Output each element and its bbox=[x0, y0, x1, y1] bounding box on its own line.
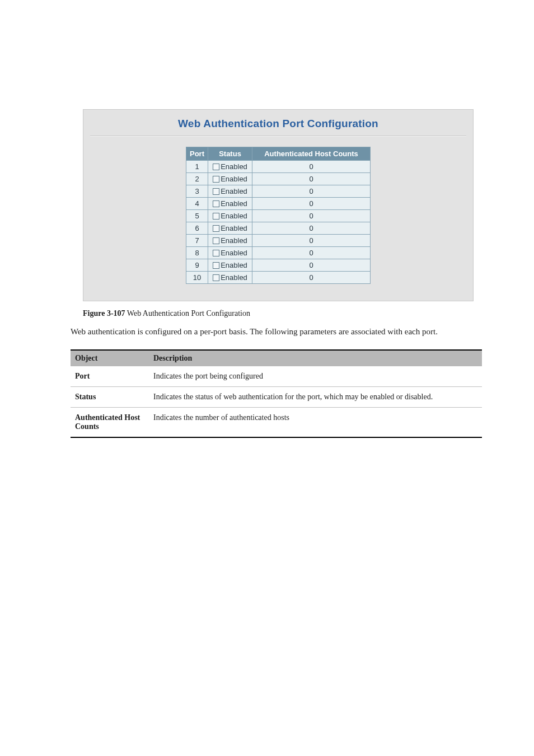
status-cell: Enabled bbox=[208, 198, 252, 209]
object-term: Authenticated Host Counts bbox=[71, 407, 149, 437]
count-cell: 0 bbox=[252, 185, 370, 197]
count-cell: 0 bbox=[252, 259, 370, 271]
enabled-checkbox[interactable] bbox=[213, 176, 219, 183]
enabled-label: Enabled bbox=[221, 249, 247, 257]
table-row: 6Enabled0 bbox=[186, 222, 370, 234]
enabled-checkbox[interactable] bbox=[213, 250, 219, 256]
enabled-label: Enabled bbox=[221, 162, 247, 171]
enabled-label: Enabled bbox=[221, 261, 247, 269]
count-cell: 0 bbox=[252, 198, 370, 209]
count-cell: 0 bbox=[252, 235, 370, 246]
objects-row: Authenticated Host CountsIndicates the n… bbox=[71, 407, 482, 437]
objects-table: Object Description PortIndicates the por… bbox=[71, 349, 482, 438]
table-row: 8Enabled0 bbox=[186, 247, 370, 259]
panel-title: Web Authentication Port Configuration bbox=[90, 115, 466, 136]
object-term: Port bbox=[71, 366, 149, 387]
config-panel: Web Authentication Port Configuration Po… bbox=[83, 109, 474, 301]
table-row: 9Enabled0 bbox=[186, 259, 370, 271]
port-cell: 10 bbox=[186, 272, 208, 283]
status-cell: Enabled bbox=[208, 235, 252, 246]
table-row: 1Enabled0 bbox=[186, 161, 370, 172]
port-cell: 5 bbox=[186, 210, 208, 222]
enabled-checkbox[interactable] bbox=[213, 274, 219, 281]
body-paragraph: Web authentication is configured on a pe… bbox=[71, 326, 482, 338]
enabled-label: Enabled bbox=[221, 273, 247, 282]
enabled-checkbox[interactable] bbox=[213, 213, 219, 220]
count-cell: 0 bbox=[252, 272, 370, 283]
object-description: Indicates the port being configured bbox=[149, 366, 482, 387]
port-cell: 7 bbox=[186, 235, 208, 246]
figure-caption: Figure 3-107 Web Authentication Port Con… bbox=[83, 309, 474, 318]
status-cell: Enabled bbox=[208, 185, 252, 197]
table-header-row: Port Status Authenticated Host Counts bbox=[186, 147, 370, 160]
status-cell: Enabled bbox=[208, 259, 252, 271]
object-term: Status bbox=[71, 386, 149, 407]
objects-header-row: Object Description bbox=[71, 350, 482, 366]
table-row: 2Enabled0 bbox=[186, 173, 370, 185]
port-cell: 8 bbox=[186, 247, 208, 259]
enabled-label: Enabled bbox=[221, 236, 247, 245]
count-cell: 0 bbox=[252, 247, 370, 259]
enabled-label: Enabled bbox=[221, 224, 247, 232]
port-table-wrap: Port Status Authenticated Host Counts 1E… bbox=[90, 147, 466, 284]
status-cell: Enabled bbox=[208, 222, 252, 234]
figure-number: Figure 3-107 bbox=[83, 309, 125, 318]
status-cell: Enabled bbox=[208, 161, 252, 172]
enabled-label: Enabled bbox=[221, 212, 247, 220]
port-table: Port Status Authenticated Host Counts 1E… bbox=[186, 147, 371, 284]
figure-text: Web Authentication Port Configuration bbox=[125, 309, 250, 318]
enabled-checkbox[interactable] bbox=[213, 164, 219, 170]
port-cell: 2 bbox=[186, 173, 208, 185]
object-description: Indicates the number of authenticated ho… bbox=[149, 407, 482, 437]
status-cell: Enabled bbox=[208, 210, 252, 222]
enabled-label: Enabled bbox=[221, 175, 247, 183]
status-cell: Enabled bbox=[208, 173, 252, 185]
enabled-label: Enabled bbox=[221, 199, 247, 208]
port-cell: 1 bbox=[186, 161, 208, 172]
table-row: 3Enabled0 bbox=[186, 185, 370, 197]
port-cell: 9 bbox=[186, 259, 208, 271]
object-description: Indicates the status of web authenticati… bbox=[149, 386, 482, 407]
panel-divider bbox=[90, 136, 466, 137]
table-row: 4Enabled0 bbox=[186, 198, 370, 209]
col-header-port: Port bbox=[186, 147, 208, 160]
table-row: 7Enabled0 bbox=[186, 235, 370, 246]
enabled-checkbox[interactable] bbox=[213, 188, 219, 195]
col-header-count: Authenticated Host Counts bbox=[252, 147, 370, 160]
enabled-checkbox[interactable] bbox=[213, 225, 219, 232]
count-cell: 0 bbox=[252, 173, 370, 185]
count-cell: 0 bbox=[252, 222, 370, 234]
enabled-checkbox[interactable] bbox=[213, 237, 219, 244]
count-cell: 0 bbox=[252, 161, 370, 172]
objects-header-object: Object bbox=[71, 350, 149, 366]
port-cell: 3 bbox=[186, 185, 208, 197]
table-row: 5Enabled0 bbox=[186, 210, 370, 222]
count-cell: 0 bbox=[252, 210, 370, 222]
objects-header-description: Description bbox=[149, 350, 482, 366]
table-row: 10Enabled0 bbox=[186, 272, 370, 283]
enabled-label: Enabled bbox=[221, 187, 247, 195]
status-cell: Enabled bbox=[208, 247, 252, 259]
status-cell: Enabled bbox=[208, 272, 252, 283]
objects-row: PortIndicates the port being configured bbox=[71, 366, 482, 387]
port-cell: 4 bbox=[186, 198, 208, 209]
enabled-checkbox[interactable] bbox=[213, 200, 219, 207]
enabled-checkbox[interactable] bbox=[213, 262, 219, 269]
objects-row: StatusIndicates the status of web authen… bbox=[71, 386, 482, 407]
col-header-status: Status bbox=[208, 147, 252, 160]
port-cell: 6 bbox=[186, 222, 208, 234]
